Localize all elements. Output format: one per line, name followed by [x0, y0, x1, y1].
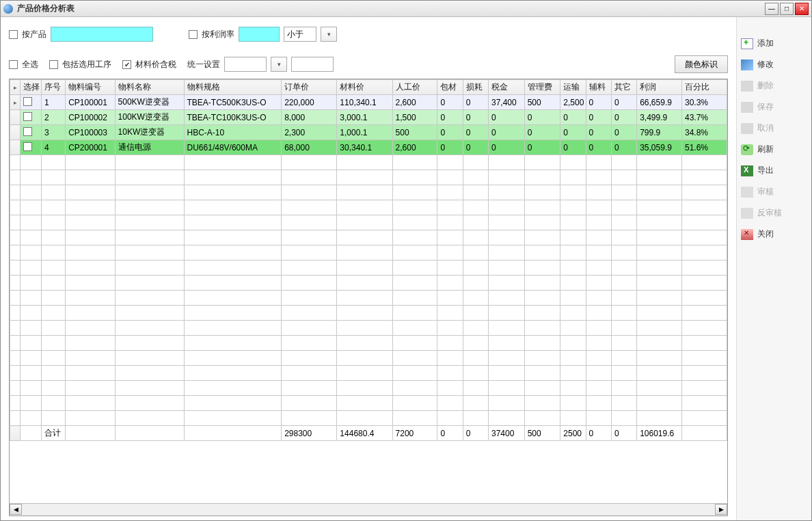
- by-product-checkbox[interactable]: [9, 30, 18, 39]
- sidebar-item-cancel: 取消: [741, 122, 807, 134]
- price-incl-tax-checkbox[interactable]: [122, 60, 131, 69]
- table-row[interactable]: ▸ 1CP100001500KW逆变器TBEA-TC500K3US-O 220,…: [10, 95, 727, 110]
- table-row: [10, 306, 727, 321]
- titlebar: 产品价格分析表 — □ ✕: [1, 1, 811, 17]
- sidebar-item-export[interactable]: 导出: [741, 165, 807, 176]
- table-row[interactable]: 2CP100002100KW逆变器TBEA-TC100K3US-O 8,0003…: [10, 110, 727, 125]
- sidebar-item-label: 添加: [757, 38, 774, 49]
- col-aux[interactable]: 辅料: [586, 80, 611, 95]
- sidebar-item-label: 取消: [757, 122, 774, 134]
- sidebar-item-add[interactable]: 添加: [741, 38, 807, 49]
- scroll-right-icon[interactable]: ▶: [715, 504, 727, 515]
- row-checkbox[interactable]: [23, 97, 32, 106]
- col-select[interactable]: 选择: [21, 80, 42, 95]
- add-icon: [741, 38, 753, 49]
- table-row: [10, 291, 727, 306]
- batch-set-dropdown-arrow[interactable]: ▾: [271, 57, 287, 72]
- maximize-button[interactable]: □: [780, 3, 794, 15]
- save-icon: [741, 102, 753, 113]
- sidebar-item-label: 刷新: [757, 144, 774, 155]
- by-product-label: 按产品: [22, 29, 46, 40]
- compare-dropdown[interactable]: 小于: [284, 27, 316, 42]
- col-mgmt[interactable]: 管理费: [524, 80, 560, 95]
- totals-row: 合计 298300 144680.4 7200 0 0 37400 500 25…: [10, 426, 727, 441]
- table-row: [10, 336, 727, 351]
- sidebar-item-label: 保存: [757, 101, 774, 113]
- batch-set-value-input[interactable]: [291, 57, 334, 72]
- table-row: [10, 200, 727, 215]
- scroll-left-icon[interactable]: ◀: [10, 504, 22, 515]
- profit-input[interactable]: [239, 27, 280, 42]
- sidebar-item-label: 删除: [757, 80, 774, 92]
- col-lab[interactable]: 人工价: [392, 80, 437, 95]
- app-window: 产品价格分析表 — □ ✕ 按产品 按利润率 小于 ▾ 全选: [0, 0, 812, 521]
- row-checkbox[interactable]: [23, 142, 32, 151]
- col-mat[interactable]: 材料价: [337, 80, 392, 95]
- refresh-icon: [741, 144, 753, 155]
- col-profit[interactable]: 利润: [637, 80, 682, 95]
- table-row: [10, 411, 727, 426]
- sidebar-item-label: 关闭: [757, 228, 774, 240]
- table-row: [10, 276, 727, 291]
- unaudit-icon: [741, 208, 753, 219]
- color-mark-button[interactable]: 颜色标识: [675, 55, 728, 73]
- table-row[interactable]: 3CP10000310KW逆变器HBC-A-10 2,3001,000.1500…: [10, 125, 727, 140]
- table-row: [10, 381, 727, 396]
- product-input[interactable]: [51, 27, 153, 42]
- row-checkbox[interactable]: [23, 127, 32, 136]
- batch-set-label: 统一设置: [187, 59, 220, 70]
- horizontal-scrollbar[interactable]: ◀ ▶: [10, 503, 727, 516]
- table-row: [10, 155, 727, 170]
- sidebar-item-unaudit: 反审核: [741, 207, 807, 219]
- filter-bar: 按产品 按利润率 小于 ▾: [9, 27, 728, 42]
- totals-label: 合计: [42, 426, 66, 441]
- col-spec[interactable]: 物料规格: [184, 80, 282, 95]
- data-grid: ▸ 选择 序号 物料编号 物料名称 物料规格 订单价 材料价 人工价 包材 损耗: [9, 79, 728, 516]
- table-row: [10, 215, 727, 230]
- col-code[interactable]: 物料编号: [66, 80, 115, 95]
- row-checkbox[interactable]: [23, 112, 32, 121]
- sidebar-item-save: 保存: [741, 101, 807, 113]
- col-pct[interactable]: 百分比: [682, 80, 727, 95]
- col-other[interactable]: 其它: [611, 80, 636, 95]
- col-loss[interactable]: 损耗: [463, 80, 488, 95]
- table-row: [10, 170, 727, 185]
- table-row: [10, 245, 727, 260]
- table-row: [10, 351, 727, 366]
- table-row: [10, 396, 727, 411]
- action-sidebar: 添加修改删除保存取消刷新导出审核反审核关闭: [736, 17, 811, 520]
- sidebar-item-edit[interactable]: 修改: [741, 59, 807, 70]
- settings-bar: 全选 包括选用工序 材料价含税 统一设置 ▾ 颜色标识: [9, 55, 728, 73]
- col-tax[interactable]: 税金: [488, 80, 524, 95]
- col-pack[interactable]: 包材: [437, 80, 463, 95]
- by-profit-label: 按利润率: [202, 29, 234, 40]
- table-row: [10, 185, 727, 200]
- header-row: ▸ 选择 序号 物料编号 物料名称 物料规格 订单价 材料价 人工价 包材 损耗: [10, 80, 727, 95]
- table-row: [10, 366, 727, 381]
- sidebar-item-label: 修改: [757, 59, 774, 70]
- include-proc-checkbox[interactable]: [49, 60, 58, 69]
- compare-dropdown-arrow[interactable]: ▾: [321, 27, 337, 42]
- select-all-label: 全选: [22, 59, 38, 70]
- cancel-icon: [741, 123, 753, 134]
- close-button[interactable]: ✕: [795, 3, 809, 15]
- include-proc-label: 包括选用工序: [62, 59, 111, 70]
- batch-set-field-select[interactable]: [224, 57, 267, 72]
- col-price[interactable]: 订单价: [282, 80, 337, 95]
- price-incl-tax-label: 材料价含税: [135, 59, 176, 70]
- app-icon: [3, 4, 13, 14]
- sidebar-item-label: 审核: [757, 186, 774, 198]
- sidebar-item-close[interactable]: 关闭: [741, 228, 807, 240]
- col-index[interactable]: 序号: [42, 80, 66, 95]
- export-icon: [741, 165, 753, 176]
- col-ship[interactable]: 运输: [560, 80, 586, 95]
- sidebar-item-refresh[interactable]: 刷新: [741, 144, 807, 155]
- select-all-checkbox[interactable]: [9, 60, 18, 69]
- window-title: 产品价格分析表: [17, 3, 765, 14]
- minimize-button[interactable]: —: [765, 3, 779, 15]
- by-profit-checkbox[interactable]: [189, 30, 198, 39]
- sidebar-item-label: 反审核: [757, 207, 782, 219]
- table-row[interactable]: 4CP200001通信电源DU661/48V/600MA 68,00030,34…: [10, 140, 727, 155]
- col-name[interactable]: 物料名称: [115, 80, 184, 95]
- sidebar-item-label: 导出: [757, 165, 774, 176]
